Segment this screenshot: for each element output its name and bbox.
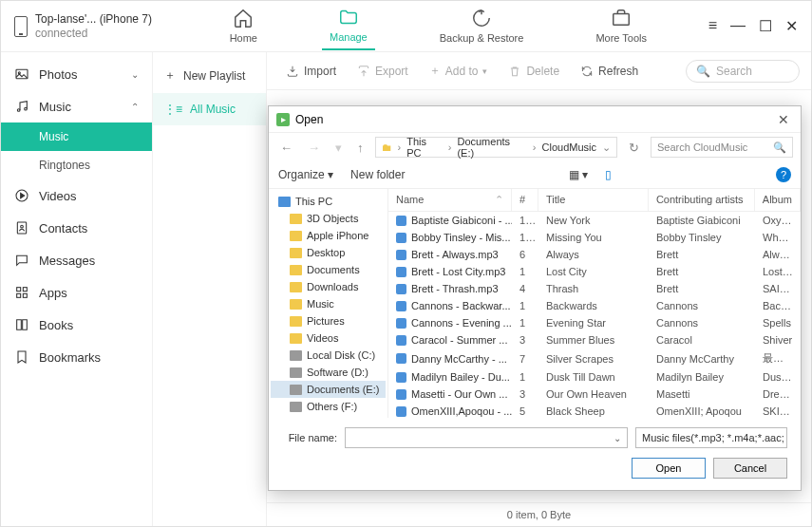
tree-item[interactable]: 3D Objects — [271, 210, 386, 227]
sidebar-item-photos[interactable]: Photos⌄ — [1, 58, 152, 90]
sidebar-item-music-sub[interactable]: Music — [1, 122, 152, 151]
col-title[interactable]: Title — [538, 189, 649, 211]
tree-item[interactable]: Music — [271, 295, 386, 312]
col-name[interactable]: Name ⌃ — [388, 189, 512, 211]
tab-home[interactable]: Home — [222, 4, 265, 49]
tree-item[interactable]: Software (D:) — [271, 364, 386, 381]
tree-item[interactable]: Local Disk (C:) — [271, 347, 386, 364]
preview-pane-button[interactable]: ▯ — [605, 168, 612, 181]
drive-icon — [290, 402, 302, 412]
sidebar-item-messages[interactable]: Messages — [1, 244, 152, 276]
delete-button[interactable]: Delete — [500, 61, 567, 82]
crumb-2[interactable]: CloudMusic — [542, 141, 596, 153]
nav-up-button[interactable]: ↑ — [353, 139, 368, 157]
playlist-icon: ⋮≡ — [164, 103, 182, 116]
file-row[interactable]: Danny McCarthy - ...7Silver ScrapesDanny… — [388, 348, 801, 368]
tree-item[interactable]: Videos — [271, 329, 386, 347]
file-row[interactable]: Brett - Always.mp36AlwaysBrettAlways — [388, 246, 801, 263]
middle-panel: ＋New Playlist ⋮≡All Music — [153, 52, 267, 526]
export-button[interactable]: Export — [349, 61, 416, 82]
file-row[interactable]: Bobby Tinsley - Mis...12Missing YouBobby… — [388, 229, 801, 246]
pc-icon — [278, 197, 291, 207]
col-album[interactable]: Album — [755, 189, 801, 211]
nav-recent-button[interactable]: ▾ — [331, 139, 346, 157]
file-row[interactable]: Madilyn Bailey - Du...1Dusk Till DawnMad… — [388, 368, 801, 386]
dialog-search-input[interactable]: Search CloudMusic🔍 — [651, 137, 793, 158]
tab-tools[interactable]: More Tools — [588, 4, 654, 49]
all-music-item[interactable]: ⋮≡All Music — [153, 93, 266, 125]
file-row[interactable]: Masetti - Our Own ...3Our Own HeavenMase… — [388, 386, 801, 403]
sidebar-item-apps[interactable]: Apps — [1, 276, 152, 309]
folder-icon — [290, 299, 302, 310]
music-file-icon — [396, 372, 406, 383]
col-num[interactable]: # — [512, 189, 538, 211]
file-name-label: File name: — [282, 432, 337, 443]
folder-icon — [290, 282, 302, 292]
search-icon: 🔍 — [773, 141, 786, 154]
tree-item[interactable]: Desktop — [271, 244, 386, 261]
sidebar-item-books[interactable]: Books — [1, 309, 152, 341]
tree-item[interactable]: Documents — [271, 261, 386, 278]
sidebar-item-ringtones[interactable]: Ringtones — [1, 151, 152, 179]
menu-icon[interactable]: ≡ — [708, 17, 717, 35]
dialog-nav: ← → ▾ ↑ 🖿 › This PC› Documents (E:)› Clo… — [269, 133, 801, 161]
file-row[interactable]: Baptiste Giabiconi - ...12New YorkBaptis… — [388, 212, 801, 229]
breadcrumb[interactable]: 🖿 › This PC› Documents (E:)› CloudMusic … — [375, 137, 618, 158]
nav-forward-button[interactable]: → — [304, 139, 324, 157]
status-bar: 0 item, 0 Byte — [267, 502, 811, 526]
svg-point-4 — [25, 107, 28, 110]
open-file-dialog: ▸ Open ✕ ← → ▾ ↑ 🖿 › This PC› Documents … — [268, 105, 802, 491]
file-row[interactable]: Cannons - Evening ...1Evening StarCannon… — [388, 314, 801, 331]
col-artist[interactable]: Contributing artists — [649, 189, 755, 211]
addto-button[interactable]: ＋Add to▾ — [422, 59, 496, 83]
titlebar: Top-lanse'... (iPhone 7) connected Home … — [1, 1, 811, 52]
file-row[interactable]: Cannons - Backwar...1BackwardsCannonsBac… — [388, 297, 801, 314]
tree-item[interactable]: Apple iPhone — [271, 227, 386, 244]
dialog-footer: File name: ⌄ Music files(*.mp3; *.m4a;*.… — [269, 418, 801, 490]
file-row[interactable]: Brett - Lost City.mp31Lost CityBrettLost… — [388, 263, 801, 280]
nav-tabs: Home Manage Backup & Restore More Tools — [168, 3, 708, 50]
drive-icon — [290, 350, 302, 361]
search-icon: 🔍 — [696, 65, 710, 78]
tree-item[interactable]: Downloads — [271, 278, 386, 295]
dialog-close-button[interactable]: ✕ — [774, 112, 793, 127]
nav-back-button[interactable]: ← — [276, 139, 296, 157]
tree-item[interactable]: Others (F:) — [271, 398, 386, 415]
svg-rect-10 — [17, 293, 21, 297]
chevron-down-icon: ▾ — [482, 66, 487, 76]
device-info: Top-lanse'... (iPhone 7) connected — [14, 12, 168, 40]
file-row[interactable]: Brett - Thrash.mp34ThrashBrettSAID DEEP … — [388, 280, 801, 297]
file-type-select[interactable]: Music files(*.mp3; *.m4a;*.aac; ⌄ — [635, 427, 787, 448]
view-options-button[interactable]: ▦ ▾ — [569, 168, 588, 181]
nav-refresh-button[interactable]: ↻ — [625, 139, 643, 157]
tree-item[interactable]: Documents (E:) — [271, 381, 386, 398]
sidebar-item-bookmarks[interactable]: Bookmarks — [1, 341, 152, 373]
sidebar-item-music[interactable]: Music⌃ — [1, 90, 152, 122]
tree-item[interactable]: This PC — [271, 193, 386, 210]
open-button[interactable]: Open — [632, 458, 706, 479]
maximize-icon[interactable]: ☐ — [759, 17, 772, 35]
refresh-button[interactable]: Refresh — [573, 61, 646, 82]
sidebar-item-videos[interactable]: Videos — [1, 179, 152, 212]
tree-item[interactable]: Pictures — [271, 312, 386, 329]
cancel-button[interactable]: Cancel — [713, 458, 787, 479]
file-row[interactable]: Caracol - Summer ...3Summer BluesCaracol… — [388, 331, 801, 348]
minimize-icon[interactable]: ― — [730, 17, 746, 35]
file-name-input[interactable]: ⌄ — [345, 427, 628, 448]
new-playlist-button[interactable]: ＋New Playlist — [153, 58, 266, 93]
chevron-up-icon: ⌃ — [131, 102, 139, 112]
organize-button[interactable]: Organize ▾ — [278, 168, 333, 181]
new-folder-button[interactable]: New folder — [350, 168, 405, 181]
tab-manage[interactable]: Manage — [322, 3, 375, 50]
folder-tree: This PC3D ObjectsApple iPhoneDesktopDocu… — [269, 189, 388, 418]
help-button[interactable]: ? — [776, 167, 791, 182]
file-row[interactable]: OmenXIII,Apoqou - ...5Black SheepOmenXII… — [388, 403, 801, 418]
crumb-1[interactable]: Documents (E:) — [457, 136, 526, 159]
import-button[interactable]: Import — [278, 61, 344, 82]
close-icon[interactable]: ✕ — [785, 17, 798, 35]
sidebar-item-contacts[interactable]: Contacts — [1, 212, 152, 244]
crumb-0[interactable]: This PC — [406, 136, 443, 159]
tab-backup[interactable]: Backup & Restore — [432, 4, 532, 49]
drive-icon — [290, 385, 302, 395]
search-input[interactable]: 🔍Search — [686, 60, 800, 83]
